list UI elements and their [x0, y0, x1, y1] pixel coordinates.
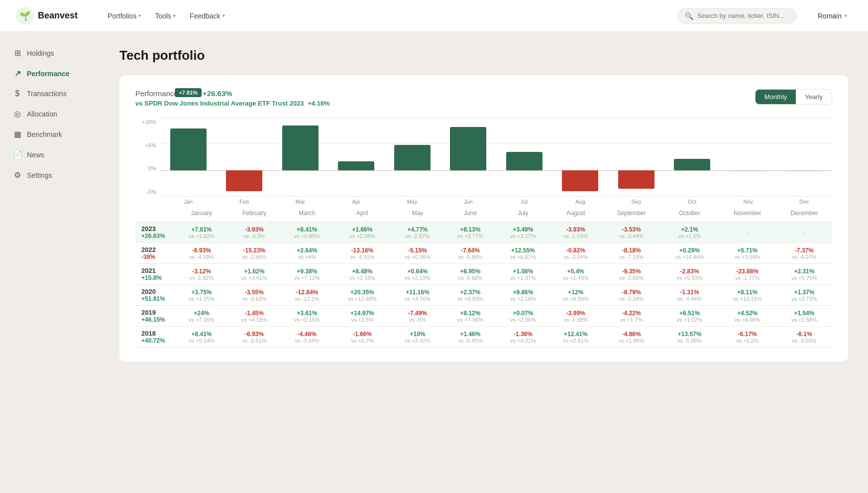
user-menu[interactable]: Romain ▾	[813, 9, 852, 23]
month-label: May	[384, 199, 440, 205]
month-cell: -6.17%vs +1.2%	[719, 327, 776, 348]
table-row: 2018+40.72%+8.41%vs +5.14%-6.93%vs -2.61…	[135, 327, 832, 348]
search-bar[interactable]: 🔍	[677, 8, 797, 23]
month-cell: +8.11%vs +13.15%	[719, 285, 776, 306]
col-june: June	[444, 205, 497, 222]
performance-card: Performance 2023 +26.63% vs SPDR Dow Jon…	[119, 75, 848, 362]
month-cell: +9.86%vs +2.18%	[497, 285, 549, 306]
sidebar-item-settings[interactable]: ⚙ Settings	[6, 166, 94, 184]
view-toggle: Monthly Yearly	[755, 89, 832, 105]
nav-tools[interactable]: Tools ▾	[149, 8, 182, 24]
chevron-down-icon: ▾	[845, 13, 847, 18]
col-march: March	[281, 205, 333, 222]
month-cell: -7.64%vs -5.89%	[444, 243, 497, 264]
month-cell: -3.99%vs -1.38%	[549, 306, 602, 327]
month-cell: +2.64%vs +4%	[281, 243, 333, 264]
bar	[506, 152, 542, 170]
logo[interactable]: 🌱 Beanvest	[16, 7, 78, 25]
month-cell: +10%vs +2.42%	[391, 327, 444, 348]
month-cell: -2.83%vs +5.93%	[660, 264, 718, 285]
sidebar-item-performance[interactable]: ↗ Performance	[6, 64, 94, 83]
month-cell: +1.08%vs +1.37%	[497, 264, 549, 285]
month-cell: -1.45%vs +4.18%	[228, 306, 281, 327]
col-august: August	[549, 205, 602, 222]
month-cell: +1.66%vs +2.58%	[333, 222, 391, 243]
month-cell: +8.13%vs +3.77%	[444, 222, 497, 243]
sidebar-item-transactions[interactable]: $ Transactions	[6, 85, 94, 103]
month-cell: -5.15%vs +0.96%	[391, 243, 444, 264]
month-cell: +0.29%vs +14.44%	[660, 243, 718, 264]
col-february: February	[228, 205, 281, 222]
month-cell: +5.4%vs +1.49%	[549, 264, 602, 285]
sidebar-item-label: Holdings	[27, 49, 54, 57]
month-label: Mar	[272, 199, 328, 205]
month-label: Aug	[552, 199, 609, 205]
page-title: Tech portfolio	[119, 48, 848, 63]
year-cell: 2020+51.81%	[135, 285, 175, 306]
col-april: April	[333, 205, 391, 222]
month-label: Jan	[160, 199, 217, 205]
month-cell: -4.46%vs -3.34%	[281, 327, 333, 348]
month-cell: +0.64%vs +2.19%	[391, 264, 444, 285]
table-row: 2023+26.63%+7.81%vs +1.82%-3.93%vs -3.3%…	[135, 222, 832, 243]
month-cell: -1.66%vs +0.7%	[333, 327, 391, 348]
user-name: Romain	[818, 12, 842, 20]
month-cell: +0.07%vs +2.36%	[497, 306, 549, 327]
doc-icon: 📄	[13, 150, 22, 159]
month-cell: -23.88%vs -1.77%	[719, 264, 776, 285]
month-cell: +4.77%vs -2.87%	[391, 222, 444, 243]
month-cell: +12.55%vs +6.81%	[497, 243, 549, 264]
bar	[674, 159, 710, 170]
table-body: 2023+26.63%+7.81%vs +1.82%-3.93%vs -3.3%…	[135, 222, 832, 348]
sidebar-item-holdings[interactable]: ⊞ Holdings	[6, 44, 94, 62]
yearly-toggle[interactable]: Yearly	[796, 90, 832, 104]
monthly-toggle[interactable]: Monthly	[756, 90, 796, 104]
search-input[interactable]	[697, 12, 789, 19]
month-cell: +6.51%vs +1.02%	[660, 306, 718, 327]
bar	[562, 170, 598, 191]
month-cell: +14.97%vs +2.5%	[333, 306, 391, 327]
month-label: Sep	[608, 199, 664, 205]
month-cell: -15.23%vs -2.86%	[228, 243, 281, 264]
month-cell: -1.31%vs -4.44%	[660, 285, 718, 306]
bar-col	[440, 117, 497, 197]
layout: ⊞ Holdings ↗ Performance $ Transactions …	[0, 32, 868, 493]
bar	[226, 170, 262, 191]
month-cell: +8.12%vs +7.36%	[444, 306, 497, 327]
table-row: 2019+46.15%+24%vs +7.36%-1.45%vs +4.18%+…	[135, 306, 832, 327]
month-cell: +8.48%vs +3.18%	[333, 264, 391, 285]
nav-items: Portfolios ▾ Tools ▾ Feedback ▾	[102, 8, 661, 24]
col-may: May	[391, 205, 444, 222]
table-header: January February March April May June Ju…	[135, 205, 832, 222]
month-label: Apr	[328, 199, 385, 205]
month-cell: +3.75%vs +1.25%	[175, 285, 228, 306]
sidebar-item-allocation[interactable]: ◎ Allocation	[6, 105, 94, 123]
col-september: September	[602, 205, 661, 222]
sidebar-item-label: Settings	[27, 171, 52, 179]
sidebar-item-label: Transactions	[27, 90, 67, 98]
year-cell: 2018+40.72%	[135, 327, 175, 348]
col-november: November	[719, 205, 776, 222]
chevron-down-icon: ▾	[222, 13, 225, 18]
sidebar-item-news[interactable]: 📄 News	[6, 145, 94, 164]
svg-text:🌱: 🌱	[19, 10, 31, 21]
month-cell: +12.41%vs +2.51%	[549, 327, 602, 348]
nav-portfolios[interactable]: Portfolios ▾	[102, 8, 147, 24]
month-label: Jun	[440, 199, 497, 205]
bar-col	[608, 117, 664, 197]
month-cell: +8.41%vs +0.85%	[281, 222, 333, 243]
sidebar-item-benchmark[interactable]: ▦ Benchmark	[6, 125, 94, 143]
month-label: Nov	[720, 199, 776, 205]
perf-header-left: Performance 2023 +26.63% vs SPDR Dow Jon…	[135, 89, 330, 107]
month-cell: +8.41%vs +5.14%	[175, 327, 228, 348]
bars-render: +7.81%	[160, 117, 832, 197]
bar-col	[552, 117, 609, 197]
month-cell: +20.35%vs +12.48%	[333, 285, 391, 306]
col-january: January	[175, 205, 228, 222]
nav-feedback[interactable]: Feedback ▾	[184, 8, 230, 24]
month-labels: JanFebMarAprMayJunJulAugSepOctNovDec	[160, 199, 832, 205]
month-cell: -3.93%vs -3.3%	[228, 222, 281, 243]
bar-col	[664, 117, 721, 197]
bar-col	[720, 117, 776, 197]
bar-col	[272, 117, 328, 197]
